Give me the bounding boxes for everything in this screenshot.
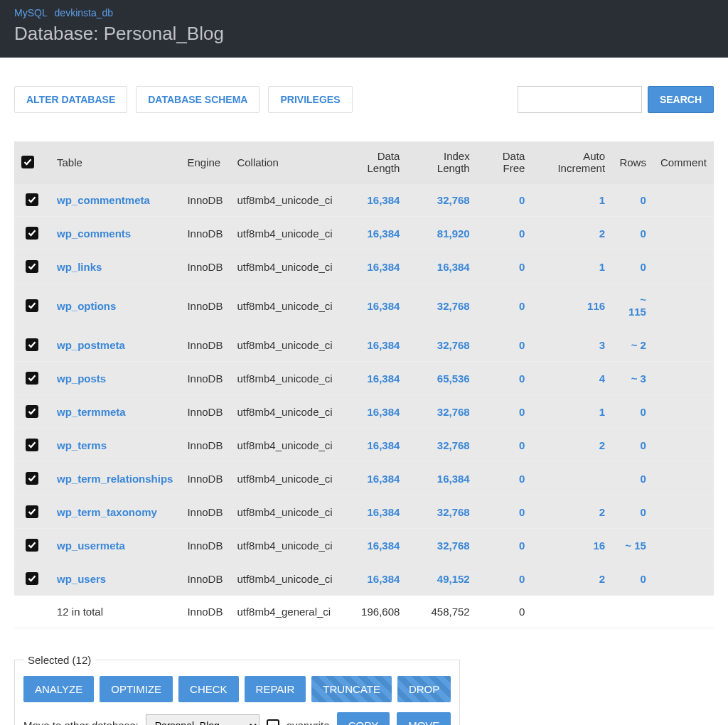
table-link[interactable]: wp_commentmeta: [57, 194, 150, 206]
cell-auto-increment: 1: [532, 395, 612, 429]
footer-total: 12 in total: [50, 596, 180, 628]
cell-collation: utf8mb4_unicode_ci: [230, 183, 339, 217]
database-schema-button[interactable]: DATABASE SCHEMA: [136, 86, 259, 113]
cell-auto-increment: 2: [532, 429, 612, 462]
cell-data-length: 16,384: [340, 183, 407, 217]
cell-engine: InnoDB: [180, 529, 230, 562]
table-link[interactable]: wp_users: [57, 573, 106, 585]
table-link[interactable]: wp_termmeta: [57, 406, 126, 418]
copy-button[interactable]: COPY: [337, 712, 390, 725]
cell-index-length: 32,768: [407, 183, 476, 217]
row-checkbox[interactable]: [26, 539, 38, 552]
search-button[interactable]: SEARCH: [648, 86, 714, 113]
cell-collation: utf8mb4_unicode_ci: [230, 395, 339, 429]
cell-index-length: 32,768: [407, 495, 476, 529]
analyze-button[interactable]: ANALYZE: [23, 676, 94, 702]
cell-index-length: 81,920: [407, 217, 476, 250]
repair-button[interactable]: REPAIR: [245, 676, 306, 702]
col-table[interactable]: Table: [50, 141, 180, 183]
breadcrumb: MySQL devkinsta_db: [14, 7, 714, 18]
cell-rows: 0: [612, 562, 653, 596]
cell-rows: 0: [612, 183, 653, 217]
cell-collation: utf8mb4_unicode_ci: [230, 217, 339, 250]
cell-auto-increment: 4: [532, 362, 612, 395]
cell-auto-increment: 2: [532, 495, 612, 529]
table-link[interactable]: wp_term_taxonomy: [57, 506, 157, 518]
cell-comment: [653, 495, 714, 529]
footer-index-length: 458,752: [407, 596, 476, 628]
breadcrumb-database[interactable]: devkinsta_db: [55, 7, 114, 18]
table-row: wp_termmetaInnoDButf8mb4_unicode_ci16,38…: [14, 395, 714, 429]
cell-data-length: 16,384: [340, 250, 407, 284]
table-link[interactable]: wp_comments: [57, 227, 131, 240]
cell-index-length: 32,768: [407, 328, 476, 362]
select-all-checkbox[interactable]: [21, 156, 34, 168]
table-row: wp_optionsInnoDButf8mb4_unicode_ci16,384…: [14, 284, 714, 328]
target-database-select[interactable]: Personal_Blog: [146, 714, 259, 726]
row-checkbox[interactable]: [26, 338, 38, 351]
cell-rows: ~ 3: [612, 362, 653, 395]
alter-database-button[interactable]: ALTER DATABASE: [14, 86, 127, 113]
table-link[interactable]: wp_options: [57, 300, 116, 312]
row-checkbox[interactable]: [26, 439, 38, 451]
cell-comment: [653, 429, 714, 462]
cell-data-length: 16,384: [340, 362, 407, 395]
table-link[interactable]: wp_postmeta: [57, 339, 125, 351]
col-data-length[interactable]: Data Length: [340, 141, 407, 183]
cell-data-free: 0: [477, 328, 532, 362]
cell-data-length: 16,384: [340, 529, 407, 562]
drop-button[interactable]: DROP: [397, 676, 451, 702]
col-index-length[interactable]: Index Length: [407, 141, 476, 183]
cell-index-length: 16,384: [407, 462, 476, 495]
col-data-free[interactable]: Data Free: [477, 141, 532, 183]
row-checkbox[interactable]: [26, 372, 38, 385]
cell-collation: utf8mb4_unicode_ci: [230, 429, 339, 462]
row-checkbox[interactable]: [26, 299, 38, 312]
col-engine[interactable]: Engine: [180, 141, 230, 183]
overwrite-checkbox[interactable]: [267, 719, 279, 726]
row-checkbox[interactable]: [26, 505, 38, 518]
cell-data-free: 0: [477, 495, 532, 529]
table-row: wp_linksInnoDButf8mb4_unicode_ci16,38416…: [14, 250, 714, 284]
row-checkbox[interactable]: [26, 260, 38, 273]
cell-auto-increment: [532, 462, 612, 495]
breadcrumb-server[interactable]: MySQL: [14, 7, 48, 18]
check-button[interactable]: CHECK: [178, 676, 239, 702]
cell-engine: InnoDB: [180, 217, 230, 250]
table-link[interactable]: wp_posts: [57, 372, 106, 385]
col-collation[interactable]: Collation: [230, 141, 339, 183]
cell-rows: ~ 2: [612, 328, 653, 362]
optimize-button[interactable]: OPTIMIZE: [100, 676, 173, 702]
move-button[interactable]: MOVE: [397, 712, 451, 725]
cell-engine: InnoDB: [180, 429, 230, 462]
search-input[interactable]: [518, 86, 642, 113]
cell-data-length: 16,384: [340, 429, 407, 462]
cell-rows: 0: [612, 217, 653, 250]
cell-collation: utf8mb4_unicode_ci: [230, 562, 339, 596]
cell-auto-increment: 3: [532, 328, 612, 362]
col-auto-increment[interactable]: Auto Increment: [532, 141, 612, 183]
row-checkbox[interactable]: [26, 193, 38, 206]
row-checkbox[interactable]: [26, 405, 38, 418]
cell-data-length: 16,384: [340, 495, 407, 529]
cell-engine: InnoDB: [180, 328, 230, 362]
cell-rows: ~ 15: [612, 529, 653, 562]
col-comment[interactable]: Comment: [653, 141, 714, 183]
col-rows[interactable]: Rows: [612, 141, 653, 183]
cell-data-length: 16,384: [340, 462, 407, 495]
footer-data-free: 0: [477, 596, 532, 628]
table-link[interactable]: wp_term_relationships: [57, 473, 173, 485]
truncate-button[interactable]: TRUNCATE: [311, 676, 392, 702]
row-checkbox[interactable]: [26, 227, 38, 240]
cell-data-free: 0: [477, 429, 532, 462]
privileges-button[interactable]: PRIVILEGES: [268, 86, 352, 113]
cell-auto-increment: 1: [532, 250, 612, 284]
table-link[interactable]: wp_links: [57, 261, 102, 273]
row-checkbox[interactable]: [26, 472, 38, 485]
footer-auto-increment: [532, 596, 612, 628]
table-link[interactable]: wp_usermeta: [57, 539, 125, 552]
row-checkbox[interactable]: [26, 572, 38, 585]
cell-rows: 0: [612, 462, 653, 495]
cell-engine: InnoDB: [180, 395, 230, 429]
table-link[interactable]: wp_terms: [57, 439, 107, 451]
